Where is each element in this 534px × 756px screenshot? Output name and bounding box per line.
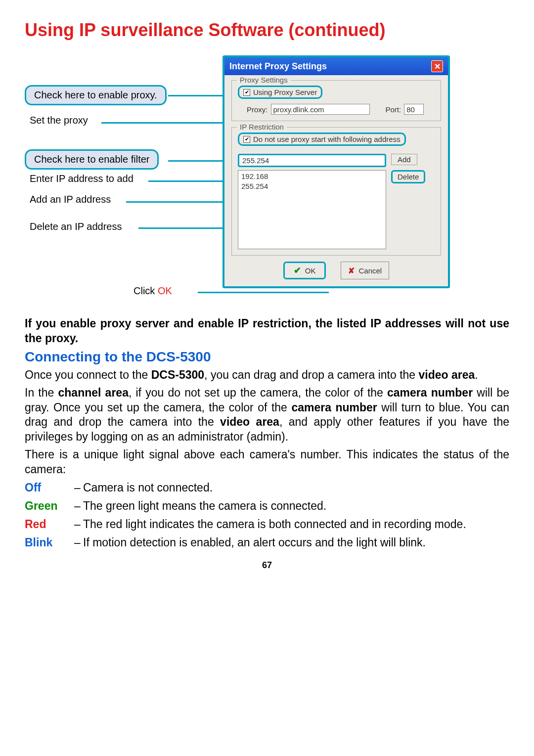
- page-number: 67: [25, 560, 509, 571]
- using-proxy-checkbox[interactable]: ✔: [243, 89, 250, 96]
- proxy-label: Proxy:: [247, 105, 268, 114]
- click-ok-ok: OK: [158, 285, 172, 296]
- connector: [148, 180, 232, 182]
- ip-add-input[interactable]: 255.254: [238, 154, 386, 167]
- text: , you can drag and drop a camera into th…: [204, 368, 418, 381]
- callout-click-ok: Click OK: [134, 285, 172, 297]
- x-icon: ✘: [348, 266, 355, 275]
- status-key: Off: [25, 480, 74, 495]
- using-proxy-label: Using Proxy Server: [253, 88, 317, 96]
- note-paragraph: If you enable proxy server and enable IP…: [25, 316, 509, 346]
- status-text: The red light indicates the camera is bo…: [83, 517, 466, 532]
- close-button[interactable]: ✕: [431, 60, 443, 72]
- ip-restriction-fieldset: IP Restriction ✔ Do not use proxy start …: [231, 127, 441, 256]
- paragraph-channel: In the channel area, if you do not set u…: [25, 386, 509, 445]
- paragraph-connect: Once you connect to the DCS-5300, you ca…: [25, 368, 509, 383]
- section-title: Connecting to the DCS-5300: [25, 349, 509, 365]
- callout-enter-ip: Enter IP address to add: [30, 173, 134, 184]
- callout-add-ip: Add an IP address: [30, 194, 111, 205]
- status-key: Red: [25, 517, 74, 532]
- status-row-red: Red – The red light indicates the camera…: [25, 517, 509, 532]
- dash: –: [74, 498, 83, 514]
- diagram-container: Check here to enable proxy. Set the prox…: [25, 55, 509, 312]
- status-row-blink: Blink – If motion detection is enabled, …: [25, 535, 509, 550]
- cancel-button[interactable]: ✘ Cancel: [341, 262, 389, 279]
- status-row-green: Green – The green light means the camera…: [25, 498, 509, 514]
- callout-enable-filter: Check here to enable filter: [25, 149, 159, 170]
- close-icon: ✕: [434, 62, 441, 71]
- dash: –: [74, 535, 83, 550]
- ok-button[interactable]: ✔ OK: [283, 262, 326, 279]
- click-ok-prefix: Click: [134, 285, 158, 296]
- paragraph-light: There is a unique light signal above eac…: [25, 447, 509, 477]
- list-item[interactable]: 255.254: [241, 181, 383, 191]
- ip-listbox[interactable]: 192.168 255.254: [238, 170, 386, 249]
- no-proxy-label: Do not use proxy start with following ad…: [253, 135, 400, 143]
- proxy-settings-legend: Proxy Settings: [237, 76, 291, 84]
- ok-button-label: OK: [305, 267, 316, 275]
- status-text: If motion detection is enabled, an alert…: [83, 535, 426, 550]
- status-key: Blink: [25, 535, 74, 550]
- cancel-button-label: Cancel: [358, 267, 382, 275]
- port-label: Port:: [386, 105, 401, 114]
- no-proxy-row: ✔ Do not use proxy start with following …: [238, 133, 406, 146]
- status-table: Off – Camera is not connected. Green – T…: [25, 480, 509, 550]
- add-button[interactable]: Add: [391, 154, 417, 165]
- ip-add-row: 255.254 Add: [238, 154, 435, 167]
- status-row-off: Off – Camera is not connected.: [25, 480, 509, 495]
- dialog-title: Internet Proxy Settings: [229, 61, 327, 72]
- callout-set-proxy: Set the proxy: [30, 115, 88, 126]
- dialog-buttons: ✔ OK ✘ Cancel: [231, 262, 441, 279]
- dash: –: [74, 480, 83, 495]
- list-item[interactable]: 192.168: [241, 172, 383, 181]
- callout-enable-proxy: Check here to enable proxy.: [25, 85, 167, 105]
- page-title: Using IP surveillance Software (continue…: [25, 20, 509, 41]
- proxy-settings-dialog: Internet Proxy Settings ✕ Proxy Settings…: [222, 55, 450, 288]
- text: .: [475, 368, 478, 381]
- using-proxy-row: ✔ Using Proxy Server: [238, 86, 322, 99]
- delete-button[interactable]: Delete: [391, 170, 425, 183]
- port-input[interactable]: 80: [404, 104, 424, 115]
- proxy-input[interactable]: proxy.dlink.com: [271, 104, 370, 115]
- callout-delete-ip: Delete an IP address: [30, 221, 122, 232]
- dialog-body: Proxy Settings ✔ Using Proxy Server Prox…: [224, 75, 448, 286]
- proxy-input-row: Proxy: proxy.dlink.com Port: 80: [247, 104, 435, 115]
- text-bold: DCS-5300: [151, 368, 204, 381]
- status-text: Camera is not connected.: [83, 480, 213, 495]
- dash: –: [74, 517, 83, 532]
- ip-list-row: 192.168 255.254 Delete: [238, 170, 435, 249]
- status-text: The green light means the camera is conn…: [83, 498, 326, 514]
- ip-restriction-legend: IP Restriction: [237, 123, 287, 131]
- check-icon: ✔: [294, 265, 301, 276]
- no-proxy-checkbox[interactable]: ✔: [243, 136, 250, 143]
- text-bold: video area: [419, 368, 475, 381]
- text: Once you connect to the: [25, 368, 151, 381]
- dialog-titlebar: Internet Proxy Settings ✕: [224, 57, 448, 75]
- connector: [101, 122, 240, 124]
- proxy-settings-fieldset: Proxy Settings ✔ Using Proxy Server Prox…: [231, 80, 441, 121]
- status-key: Green: [25, 498, 74, 514]
- connector: [198, 292, 329, 293]
